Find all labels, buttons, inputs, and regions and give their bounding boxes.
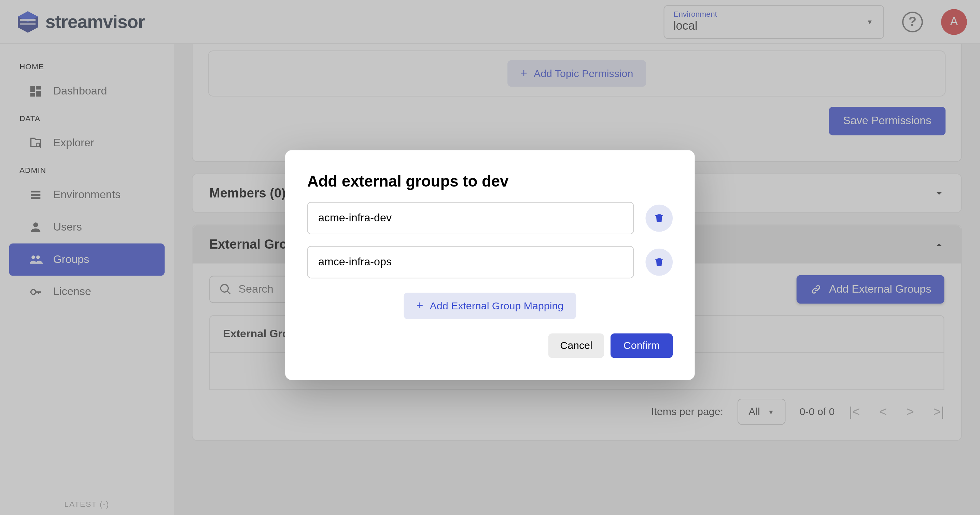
confirm-button[interactable]: Confirm (611, 333, 673, 358)
button-label: Add External Group Mapping (430, 300, 564, 312)
delete-row-button[interactable] (645, 249, 673, 276)
button-label: Confirm (624, 340, 660, 350)
add-external-groups-modal: Add external groups to dev + Add Externa… (285, 150, 695, 380)
add-external-group-mapping-button[interactable]: + Add External Group Mapping (404, 293, 576, 319)
trash-icon (653, 257, 665, 268)
external-group-input-2[interactable] (307, 246, 634, 278)
group-input-row (307, 202, 673, 234)
modal-title: Add external groups to dev (307, 172, 673, 190)
plus-icon: + (417, 299, 423, 313)
cancel-button[interactable]: Cancel (548, 333, 604, 358)
external-group-input-1[interactable] (307, 202, 634, 234)
trash-icon (653, 212, 665, 224)
button-label: Cancel (560, 340, 592, 350)
delete-row-button[interactable] (645, 204, 673, 232)
group-input-row (307, 246, 673, 278)
